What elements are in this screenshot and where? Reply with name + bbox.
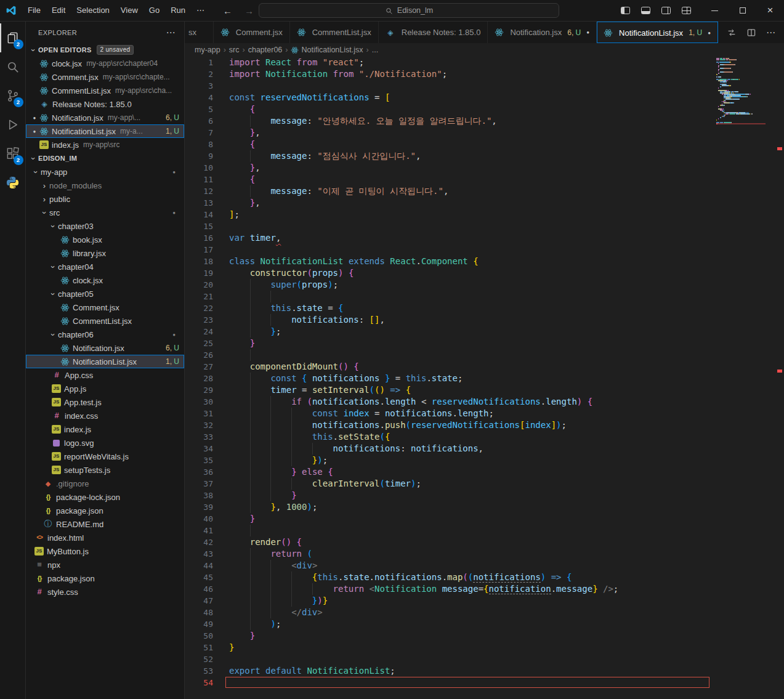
code-line-5[interactable]: 5 {: [185, 103, 784, 115]
toggle-secondary-sidebar-icon[interactable]: [661, 7, 671, 14]
folder-chapter06[interactable]: ›chapter06●: [26, 328, 184, 341]
code-line-36[interactable]: 36 } else {: [185, 466, 784, 478]
activity-source-control[interactable]: 2: [0, 81, 26, 110]
breadcrumb-...[interactable]: ...: [372, 46, 378, 54]
open-editor-CommentList.jsx[interactable]: CommentList.jsxmy-app\src\cha...: [26, 84, 184, 97]
folder-public[interactable]: ›public: [26, 192, 184, 206]
activity-python[interactable]: [0, 168, 26, 197]
code-line-32[interactable]: 32 notifications.push(reservedNotificati…: [185, 419, 784, 431]
code-line-28[interactable]: 28 const { notifications } = this.state;: [185, 373, 784, 384]
file-package.json[interactable]: {}package.json: [26, 504, 184, 517]
tab-Notification.jsx[interactable]: Notification.jsx6, U●: [488, 22, 597, 43]
folder-src[interactable]: ›src●: [26, 206, 184, 219]
tab-CommentList.jsx[interactable]: CommentList.jsx: [290, 22, 379, 43]
file-index.html[interactable]: <>index.html: [26, 531, 184, 544]
menu-selection[interactable]: Selection: [71, 3, 115, 18]
open-editor-Notification.jsx[interactable]: ●Notification.jsxmy-app\...6, U: [26, 111, 184, 124]
code-line-54[interactable]: 54: [185, 677, 784, 689]
activity-search[interactable]: [0, 52, 26, 81]
code-line-14[interactable]: 14];: [185, 209, 784, 220]
file-Comment.jsx[interactable]: Comment.jsx: [26, 301, 184, 314]
code-line-38[interactable]: 38 }: [185, 490, 784, 501]
tab-sx[interactable]: sx: [185, 22, 214, 43]
code-line-3[interactable]: 3: [185, 80, 784, 92]
menu-go[interactable]: Go: [143, 3, 165, 18]
code-line-1[interactable]: 1import React from "react";: [185, 57, 784, 68]
code-line-10[interactable]: 10 },: [185, 162, 784, 174]
code-line-48[interactable]: 48 </div>: [185, 607, 784, 618]
menu-more[interactable]: ⋯: [191, 3, 210, 18]
code-line-49[interactable]: 49 );: [185, 618, 784, 630]
code-line-52[interactable]: 52: [185, 653, 784, 665]
file-CommentList.jsx[interactable]: CommentList.jsx: [26, 314, 184, 328]
views-more-actions-icon[interactable]: ⋯: [166, 27, 176, 38]
file-README.md[interactable]: ⓘREADME.md: [26, 517, 184, 531]
file-App.css[interactable]: #App.css: [26, 368, 184, 382]
file-style.css[interactable]: #style.css: [26, 585, 184, 599]
code-line-21[interactable]: 21: [185, 291, 784, 302]
code-line-18[interactable]: 18class NotificationList extends React.C…: [185, 256, 784, 267]
workspace-header[interactable]: › EDISON_IM: [26, 152, 184, 165]
file-index.js[interactable]: JSindex.js: [26, 422, 184, 436]
code-line-15[interactable]: 15: [185, 220, 784, 232]
file-library.jsx[interactable]: library.jsx: [26, 246, 184, 260]
code-line-19[interactable]: 19 constructor(props) {: [185, 267, 784, 279]
code-line-24[interactable]: 24 };: [185, 326, 784, 337]
code-line-41[interactable]: 41: [185, 525, 784, 536]
file-clock.jsx[interactable]: clock.jsx: [26, 273, 184, 287]
menu-file[interactable]: File: [22, 3, 46, 18]
code-line-7[interactable]: 7 },: [185, 127, 784, 139]
activity-run-debug[interactable]: [0, 110, 26, 139]
file-App.test.js[interactable]: JSApp.test.js: [26, 395, 184, 409]
command-center[interactable]: Edison_lm: [259, 3, 559, 18]
minimize-button[interactable]: [701, 0, 729, 22]
code-line-40[interactable]: 40 }: [185, 513, 784, 525]
customize-layout-icon[interactable]: [682, 7, 691, 14]
code-line-6[interactable]: 6 message: "안녕하세요. 오늘 일정을 알려드립니다.",: [185, 115, 784, 127]
file-reportWebVitals.js[interactable]: JSreportWebVitals.js: [26, 450, 184, 463]
code-line-39[interactable]: 39 }, 1000);: [185, 501, 784, 513]
file-package.json[interactable]: {}package.json: [26, 572, 184, 585]
code-line-47[interactable]: 47 })}: [185, 595, 784, 607]
breadcrumb-NotificationList.jsx[interactable]: NotificationList.jsx: [291, 46, 363, 54]
back-button[interactable]: ←: [223, 6, 232, 16]
more-actions-icon[interactable]: ⋯: [766, 27, 775, 38]
split-editor-icon[interactable]: [746, 28, 756, 38]
code-line-4[interactable]: 4const reservedNotifications = [: [185, 92, 784, 103]
code-line-9[interactable]: 9 message: "점심식사 시간입니다.",: [185, 150, 784, 162]
overview-ruler[interactable]: [775, 57, 784, 699]
breadcrumb-my-app[interactable]: my-app: [195, 46, 220, 54]
file-package-lock.json[interactable]: {}package-lock.json: [26, 490, 184, 504]
open-changes-icon[interactable]: [727, 28, 737, 38]
code-line-51[interactable]: 51}: [185, 642, 784, 653]
toggle-panel-icon[interactable]: [641, 7, 650, 14]
code-line-25[interactable]: 25 }: [185, 337, 784, 349]
open-editors-header[interactable]: › OPEN EDITORS 2 unsaved: [26, 43, 184, 57]
code-line-29[interactable]: 29 timer = setInterval(() => {: [185, 384, 784, 396]
menu-run[interactable]: Run: [165, 3, 191, 18]
file-book.jsx[interactable]: book.jsx: [26, 233, 184, 246]
file-npx[interactable]: ≡npx: [26, 558, 184, 572]
folder-chapter03[interactable]: ›chapter03: [26, 219, 184, 233]
breadcrumb-chapter06[interactable]: chapter06: [248, 46, 283, 54]
breadcrumb-src[interactable]: src: [229, 46, 240, 54]
tab-Comment.jsx[interactable]: Comment.jsx: [214, 22, 290, 43]
code-line-31[interactable]: 31 const index = notifications.length;: [185, 408, 784, 419]
open-editor-index.js[interactable]: JSindex.jsmy-app\src: [26, 138, 184, 152]
code-line-30[interactable]: 30 if (notifications.length < reservedNo…: [185, 396, 784, 408]
file-NotificationList.jsx[interactable]: NotificationList.jsx1, U: [26, 355, 184, 368]
code-line-13[interactable]: 13 },: [185, 197, 784, 209]
code-line-23[interactable]: 23 notifications: [],: [185, 314, 784, 326]
menu-view[interactable]: View: [115, 3, 143, 18]
code-line-50[interactable]: 50 }: [185, 630, 784, 642]
maximize-button[interactable]: [729, 0, 756, 22]
code-line-20[interactable]: 20 super(props);: [185, 279, 784, 291]
folder-node_modules[interactable]: ›node_modules: [26, 179, 184, 192]
menu-edit[interactable]: Edit: [46, 3, 71, 18]
code-line-35[interactable]: 35 });: [185, 455, 784, 466]
folder-chapter04[interactable]: ›chapter04: [26, 260, 184, 273]
activity-explorer[interactable]: 2: [0, 23, 26, 52]
folder-my-app[interactable]: ›my-app●: [26, 165, 184, 179]
code-line-17[interactable]: 17: [185, 244, 784, 256]
code-line-16[interactable]: 16var timer,: [185, 232, 784, 244]
